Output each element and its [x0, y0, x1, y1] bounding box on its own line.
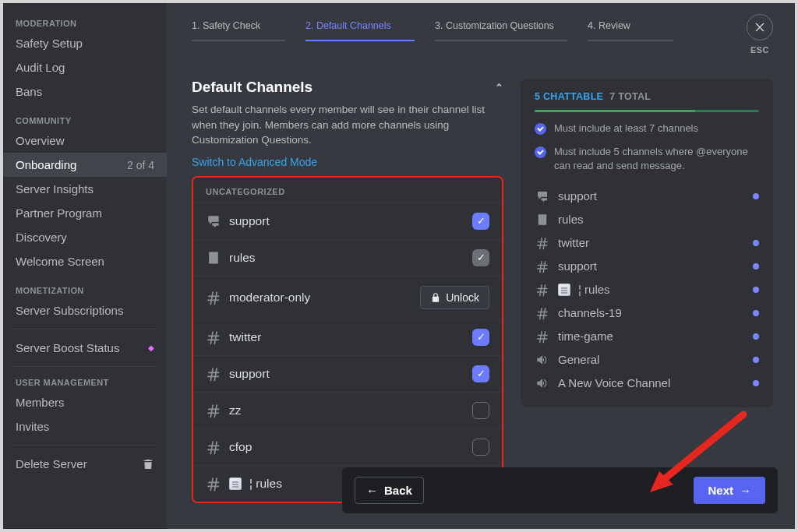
- rules-icon: [206, 250, 221, 266]
- back-button[interactable]: ←Back: [355, 477, 424, 504]
- sidebar-item-members[interactable]: Members: [3, 390, 167, 414]
- status-dot: [753, 310, 759, 316]
- close-button[interactable]: [747, 14, 773, 41]
- summary-row: channels-19: [535, 301, 759, 325]
- step-default-channels[interactable]: 2. Default Channels: [305, 20, 415, 41]
- summary-list: support rules twitter support ¦ rules ch…: [535, 185, 759, 395]
- status-dot: [753, 357, 759, 363]
- boost-gem-icon: ◆: [148, 344, 154, 352]
- hash-icon: [206, 290, 221, 305]
- hash-icon: [535, 329, 550, 344]
- sidebar-item-onboarding[interactable]: Onboarding 2 of 4: [3, 153, 167, 177]
- channel-panel: UNCATEGORIZED support ✓ rules ✓ moderato…: [192, 176, 503, 503]
- close-label: ESC: [747, 45, 773, 55]
- status-dot: [753, 263, 759, 270]
- sidebar-item-audit-log[interactable]: Audit Log: [3, 55, 167, 79]
- stepper: 1. Safety Check 2. Default Channels 3. C…: [167, 3, 795, 41]
- sidebar-item-overview[interactable]: Overview: [3, 129, 167, 153]
- status-dot: [753, 380, 759, 386]
- sidebar-item-partner-program[interactable]: Partner Program: [3, 201, 167, 225]
- thread-icon: [535, 189, 550, 203]
- requirement-row: Must include 5 channels where @everyone …: [535, 145, 759, 173]
- footer-bar: ←Back Next→: [342, 467, 778, 513]
- check-circle-icon: [535, 123, 546, 135]
- channel-row: cfop: [193, 428, 502, 465]
- onboarding-step-badge: 2 of 4: [127, 159, 154, 171]
- step-safety-check[interactable]: 1. Safety Check: [192, 20, 285, 41]
- voice-icon: [535, 353, 550, 367]
- arrow-left-icon: ←: [366, 484, 378, 497]
- next-button[interactable]: Next→: [694, 477, 765, 504]
- summary-row: General: [535, 348, 759, 372]
- hash-icon: [535, 259, 550, 273]
- sidebar-group-community: COMMUNITY: [3, 111, 167, 129]
- channel-checkbox[interactable]: ✓: [472, 365, 489, 382]
- hash-icon: [206, 329, 221, 345]
- summary-row: time-game: [535, 325, 759, 348]
- sidebar-group-moderation: MODERATION: [3, 14, 167, 31]
- sidebar-item-invites[interactable]: Invites: [3, 414, 167, 439]
- channel-checkbox[interactable]: ✓: [472, 329, 489, 346]
- sidebar-item-server-boost[interactable]: Server Boost Status ◆: [3, 336, 167, 360]
- summary-row: support: [535, 185, 759, 208]
- sidebar-item-bans[interactable]: Bans: [3, 79, 167, 104]
- sidebar-group-monetization: MONETIZATION: [3, 281, 167, 298]
- left-column: Default Channels ⌃ Set default channels …: [192, 79, 503, 503]
- switch-advanced-link[interactable]: Switch to Advanced Mode: [192, 156, 503, 168]
- voice-icon: [535, 376, 550, 390]
- hash-icon: [535, 283, 550, 297]
- trash-icon: [142, 458, 154, 470]
- check-circle-icon: [535, 146, 546, 158]
- status-dot: [753, 287, 759, 293]
- hash-icon: [535, 306, 550, 320]
- summary-heading: 5 CHATTABLE7 TOTAL: [535, 91, 759, 102]
- sidebar-nav: MODERATION Safety Setup Audit Log Bans C…: [3, 3, 167, 529]
- requirement-row: Must include at least 7 channels: [535, 122, 759, 136]
- summary-column: 5 CHATTABLE7 TOTAL Must include at least…: [521, 79, 773, 503]
- sidebar-item-delete-server[interactable]: Delete Server: [3, 452, 167, 476]
- page-title: Default Channels ⌃: [192, 79, 503, 96]
- hash-icon: [535, 236, 550, 250]
- summary-row: twitter: [535, 231, 759, 255]
- channel-row: support ✓: [193, 355, 502, 392]
- step-review[interactable]: 4. Review: [588, 20, 673, 41]
- sidebar-item-server-subscriptions[interactable]: Server Subscriptions: [3, 298, 167, 322]
- sidebar-group-user-management: USER MANAGEMENT: [3, 373, 167, 390]
- progress-bar: [535, 110, 759, 112]
- step-customization-questions[interactable]: 3. Customization Questions: [435, 20, 567, 41]
- hash-icon: [206, 439, 221, 455]
- doc-emoji-icon: [229, 477, 242, 490]
- channel-checkbox[interactable]: [472, 439, 489, 456]
- hash-icon: [206, 366, 221, 382]
- thread-icon: [206, 213, 221, 229]
- arrow-right-icon: →: [740, 484, 751, 497]
- main-area: ESC 1. Safety Check 2. Default Channels …: [167, 3, 795, 529]
- status-dot: [753, 240, 759, 246]
- summary-row: ¦ rules: [535, 278, 759, 301]
- channel-row: rules ✓: [193, 239, 502, 276]
- channel-row: zz: [193, 392, 502, 428]
- lock-icon: [430, 292, 441, 303]
- summary-row: A New Voice Channel: [535, 372, 759, 395]
- rules-icon: [535, 213, 550, 227]
- hash-icon: [206, 476, 221, 491]
- close-icon: [754, 21, 766, 33]
- panel-category: UNCATEGORIZED: [193, 178, 502, 203]
- sidebar-item-safety-setup[interactable]: Safety Setup: [3, 31, 167, 55]
- channel-row: support ✓: [193, 203, 502, 239]
- channel-checkbox[interactable]: [472, 402, 489, 419]
- unlock-button[interactable]: Unlock: [420, 286, 489, 309]
- sidebar-item-server-insights[interactable]: Server Insights: [3, 177, 167, 201]
- summary-row: rules: [535, 208, 759, 231]
- summary-row: support: [535, 255, 759, 278]
- channel-row: moderator-only Unlock: [193, 276, 502, 319]
- summary-card: 5 CHATTABLE7 TOTAL Must include at least…: [521, 79, 773, 407]
- status-dot: [753, 333, 759, 340]
- sidebar-item-discovery[interactable]: Discovery: [3, 225, 167, 249]
- chevron-up-icon[interactable]: ⌃: [495, 82, 503, 93]
- channel-checkbox[interactable]: ✓: [472, 213, 489, 230]
- doc-emoji-icon: [558, 284, 570, 296]
- sidebar-item-welcome-screen[interactable]: Welcome Screen: [3, 249, 167, 273]
- page-subtitle: Set default channels every member will s…: [192, 102, 503, 148]
- channel-checkbox[interactable]: ✓: [472, 249, 489, 266]
